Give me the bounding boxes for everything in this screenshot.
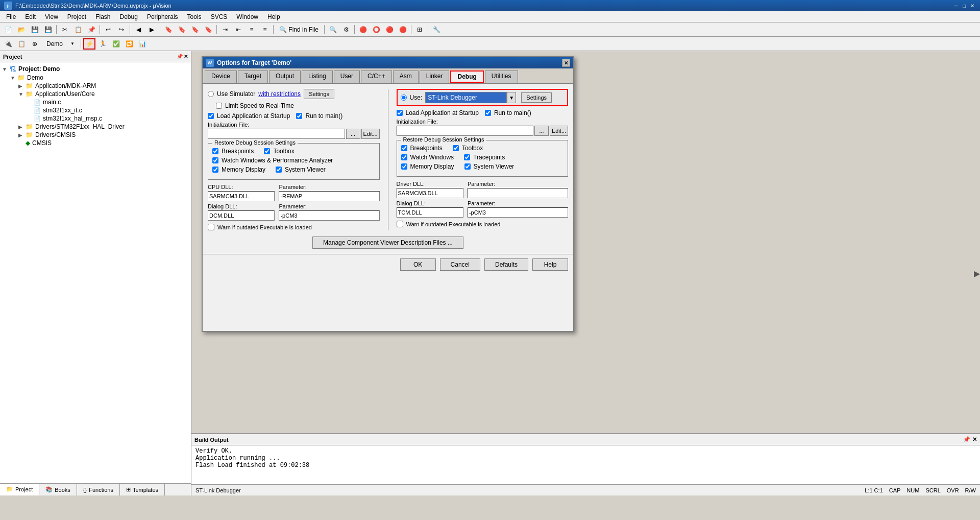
build-button[interactable]: 🔴 [357,24,369,35]
redo-button[interactable]: ↪ [115,24,128,35]
save-all-button[interactable]: 💾 [42,24,54,35]
tab-asm[interactable]: Asm [393,70,419,83]
limit-speed-checkbox[interactable] [216,103,222,109]
t2-btn2[interactable]: 📋 [15,38,28,50]
dialog-dll-input-right[interactable] [397,207,463,218]
paste-button[interactable]: 📌 [85,24,97,35]
tab-linker[interactable]: Linker [420,70,450,83]
menu-edit[interactable]: Edit [21,12,40,21]
memory-display-checkbox-left[interactable] [212,167,218,173]
tree-item-cmsis-folder[interactable]: ▶ 📁 Drivers/CMSIS [18,131,189,139]
system-viewer-checkbox-right[interactable] [464,163,471,170]
dialog-dll-input-left[interactable] [208,210,275,221]
undo-button[interactable]: ↩ [102,24,114,35]
tab-output[interactable]: Output [269,70,301,83]
tab-user[interactable]: User [334,70,360,83]
run-to-main-checkbox-right[interactable] [485,110,491,116]
breakpoints-checkbox-right[interactable] [401,145,407,151]
debugger-select-display[interactable]: ST-Link Debugger [425,92,507,103]
tracepoints-checkbox-right[interactable] [464,154,470,160]
tab-cpp[interactable]: C/C++ [361,70,392,83]
init-file-input-left[interactable] [208,129,345,139]
driver-param-input[interactable] [468,188,568,198]
menu-window[interactable]: Window [232,12,262,21]
manage-cvdf-button[interactable]: Manage Component Viewer Description File… [312,237,463,249]
breakpoints-checkbox-left[interactable] [212,148,218,154]
target-button[interactable]: ⚙ [340,24,352,35]
t2-btn5[interactable]: 🏃 [96,38,109,50]
defaults-button[interactable]: Defaults [484,258,528,271]
options-button[interactable]: ⊞ [413,24,426,35]
indent2-button[interactable]: ⇤ [232,24,244,35]
simulator-settings-button[interactable]: Settings [304,89,334,99]
tab-target[interactable]: Target [238,70,268,83]
tab-utilities[interactable]: Utilities [485,70,518,83]
indent4-button[interactable]: ≡ [259,24,271,35]
cpu-param-input[interactable] [279,191,379,201]
bookmark3-button[interactable]: 🔖 [189,24,201,35]
tree-item-mdk-arm[interactable]: ▶ 📁 Application/MDK-ARM [18,82,189,90]
pin-build-icon[interactable]: 📌 [963,436,970,443]
menu-view[interactable]: View [41,12,62,21]
memory-display-checkbox-right[interactable] [401,163,407,170]
toolbox-checkbox-right[interactable] [453,145,459,151]
cpu-dll-input[interactable] [208,191,275,201]
indent1-button[interactable]: ⇥ [219,24,231,35]
restrictions-link[interactable]: with restrictions [258,90,301,98]
minimize-button[interactable]: ─ [952,2,960,9]
open-file-button[interactable]: 📂 [15,24,28,35]
tree-item-user-core[interactable]: ▼ 📁 Application/User/Core [18,90,189,98]
cancel-button[interactable]: Cancel [440,258,480,271]
dialog-close-button[interactable]: ✕ [562,59,570,67]
use-settings-button[interactable]: Settings [521,92,552,103]
driver-dll-input[interactable] [397,188,463,198]
t2-btn8[interactable]: 📊 [136,38,149,50]
system-viewer-checkbox-left[interactable] [276,167,282,173]
tree-item-cmsis[interactable]: ◆ CMSIS [18,139,189,147]
menu-flash[interactable]: Flash [91,12,114,21]
tree-item-demo[interactable]: ▼ 📁 Demo [10,74,189,82]
menu-debug[interactable]: Debug [116,12,142,21]
warn-checkbox-left[interactable] [208,224,214,230]
watch-windows-checkbox-right[interactable] [401,154,407,160]
load-app-checkbox-left[interactable] [208,113,214,119]
maximize-button[interactable]: □ [961,2,968,9]
tab-device[interactable]: Device [205,70,237,83]
init-browse-btn-left[interactable]: ... [346,129,360,139]
menu-svcs[interactable]: SVCS [207,12,232,21]
bookmark4-button[interactable]: 🔖 [202,24,214,35]
menu-help[interactable]: Help [263,12,284,21]
run-to-main-checkbox-left[interactable] [296,113,302,119]
dialog-param-input-right[interactable] [468,207,568,218]
toolbox-checkbox-left[interactable] [264,148,270,154]
init-edit-btn-left[interactable]: Edit... [361,129,380,139]
t2-btn7[interactable]: 🔁 [123,38,135,50]
dialog-param-input-left[interactable] [279,210,379,221]
indent3-button[interactable]: ≡ [246,24,258,35]
warn-checkbox-right[interactable] [397,221,403,227]
target-dropdown[interactable]: ▼ [66,38,79,50]
cut-button[interactable]: ✂ [59,24,71,35]
t2-btn6[interactable]: ✅ [110,38,122,50]
init-edit-btn-right[interactable]: Edit... [550,126,568,136]
use-radio[interactable] [401,94,407,101]
bookmark2-button[interactable]: 🔖 [176,24,188,35]
tab-templates[interactable]: ⊞ Templates [120,484,165,495]
close-panel-icon[interactable]: ✕ [184,54,188,59]
tab-functions[interactable]: {} Functions [77,484,120,495]
tab-listing[interactable]: Listing [302,70,333,83]
dbg-button[interactable]: 🔴 [397,24,409,35]
close-button[interactable]: ✕ [969,2,976,9]
menu-peripherals[interactable]: Peripherals [143,12,182,21]
tab-project[interactable]: 📁 Project [0,484,39,495]
nav-back-button[interactable]: ◀ [132,24,144,35]
t2-btn1[interactable]: 🔌 [2,38,14,50]
window-controls[interactable]: ─ □ ✕ [952,2,976,9]
t2-btn3[interactable]: ⊕ [29,38,41,50]
load-app-checkbox-right[interactable] [397,110,403,116]
tab-books[interactable]: 📚 Books [39,484,77,495]
help-button[interactable]: Help [532,258,568,271]
pin-icon[interactable]: 📌 [177,54,183,59]
close-build-icon[interactable]: ✕ [972,436,977,443]
tree-item-msp[interactable]: 📄 stm32f1xx_hal_msp.c [27,114,189,123]
